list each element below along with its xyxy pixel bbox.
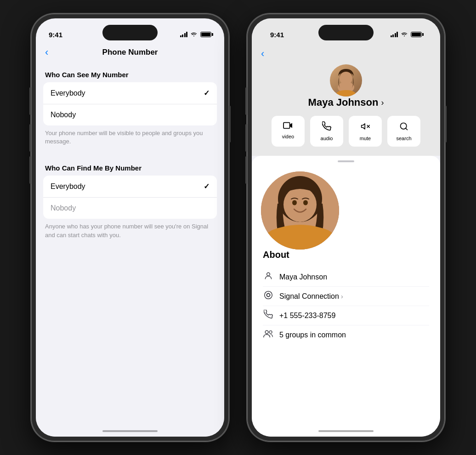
search-icon (399, 121, 408, 134)
see-nobody-label: Nobody (51, 111, 76, 119)
about-title: About (263, 250, 429, 260)
r-wifi-icon (401, 30, 408, 39)
left-status-time: 9:41 (49, 31, 62, 39)
section1-footer: Your phone number will be visible to peo… (36, 125, 224, 155)
section2-header: Who Can Find Me By Number (36, 155, 224, 176)
who-can-see-card: Everybody ✓ Nobody (43, 82, 217, 125)
about-name-text: Maya Johnson (279, 273, 327, 281)
phone-icon (263, 310, 274, 321)
signal-connection-icon (263, 290, 274, 302)
see-nobody-row[interactable]: Nobody (43, 104, 217, 125)
wifi-icon (190, 31, 198, 38)
contact-back-button[interactable]: ‹ (261, 48, 264, 60)
signal-connection-chevron: › (341, 293, 343, 300)
phone-number-screen: ‹ Phone Number Who Can See My Number Eve… (36, 43, 224, 437)
right-home-indicator (318, 430, 374, 432)
battery-icon (200, 32, 211, 37)
search-button[interactable]: search (387, 116, 420, 147)
svg-point-17 (269, 331, 272, 334)
signal-connection-row-right: Signal Connection › (279, 292, 343, 301)
about-section: About Maya Johnson (261, 250, 431, 344)
about-connection-row[interactable]: Signal Connection › (263, 287, 429, 306)
r-battery-icon (411, 32, 422, 37)
svg-line-7 (406, 128, 408, 130)
find-nobody-label: Nobody (51, 204, 76, 212)
find-everybody-label: Everybody (51, 182, 85, 191)
find-nobody-row[interactable]: Nobody (43, 198, 217, 219)
find-everybody-check: ✓ (204, 182, 210, 191)
contact-avatar-large (261, 171, 339, 250)
mute-label: mute (360, 136, 371, 141)
contact-avatar-small (330, 64, 362, 97)
svg-point-11 (283, 187, 317, 222)
video-label: video (282, 134, 294, 139)
contact-name-chevron[interactable]: › (381, 98, 384, 108)
svg-point-14 (267, 273, 270, 276)
about-phone-text: +1 555-233-8759 (279, 312, 335, 320)
mute-button[interactable]: mute (349, 116, 382, 147)
r-signal-icon (391, 32, 398, 37)
about-groups-row: 5 groups in common (263, 325, 429, 344)
left-status-icons (180, 31, 212, 38)
see-everybody-row[interactable]: Everybody ✓ (43, 82, 217, 104)
audio-icon (322, 121, 331, 134)
left-notch (102, 25, 158, 40)
right-status-icons (391, 30, 422, 39)
video-button[interactable]: video (272, 116, 305, 147)
see-everybody-label: Everybody (51, 89, 85, 97)
right-notch (318, 25, 374, 40)
svg-rect-3 (283, 123, 290, 129)
section2-footer: Anyone who has your phone number will se… (36, 219, 224, 248)
mute-icon (361, 121, 370, 134)
right-status-time: 9:41 (270, 31, 284, 39)
about-name-row: Maya Johnson (263, 267, 429, 287)
contact-name-row: Maya Johnson › (308, 97, 384, 108)
right-phone: 9:41 (247, 14, 445, 441)
search-label: search (396, 136, 411, 141)
svg-point-16 (265, 330, 268, 334)
bottom-panel: About Maya Johnson (252, 156, 440, 437)
signal-strength-icon (180, 32, 188, 37)
see-everybody-check: ✓ (204, 89, 210, 97)
video-icon (283, 121, 293, 132)
section1-header: Who Can See My Number (36, 62, 224, 82)
audio-label: audio (321, 136, 333, 141)
avatar-small-svg (330, 64, 362, 97)
signal-connection-text: Signal Connection (279, 292, 339, 301)
contact-name: Maya Johnson (308, 97, 379, 108)
audio-button[interactable]: audio (310, 116, 343, 147)
left-phone: 9:41 ‹ Phone Number (31, 14, 229, 441)
find-everybody-row[interactable]: Everybody ✓ (43, 176, 217, 198)
who-can-find-card: Everybody ✓ Nobody (43, 176, 217, 219)
panel-content: About Maya Johnson (252, 162, 440, 437)
contact-nav: ‹ (261, 43, 431, 64)
contact-screen: 9:41 (252, 18, 440, 437)
svg-point-13 (303, 200, 308, 205)
nav-bar: ‹ Phone Number (36, 43, 224, 62)
svg-point-12 (292, 200, 297, 205)
groups-icon (263, 329, 274, 341)
home-indicator (102, 430, 158, 432)
right-phone-screen: 9:41 (252, 18, 440, 437)
action-buttons: video audio (261, 116, 431, 147)
person-icon (263, 271, 274, 283)
about-groups-text: 5 groups in common (279, 331, 346, 339)
back-button[interactable]: ‹ (45, 46, 48, 58)
nav-title: Phone Number (102, 48, 158, 57)
left-phone-screen: 9:41 ‹ Phone Number (36, 18, 224, 437)
about-phone-row: +1 555-233-8759 (263, 306, 429, 325)
avatar-large-svg (261, 171, 339, 250)
